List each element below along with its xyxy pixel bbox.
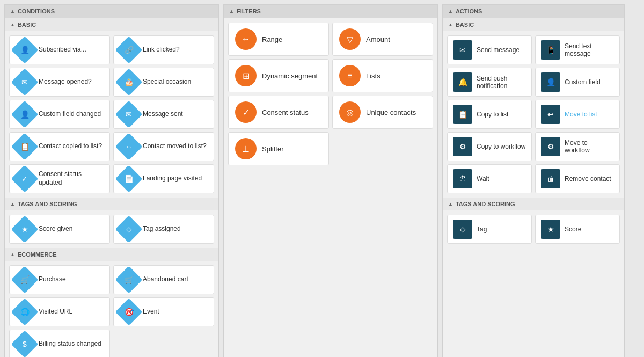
action-tag[interactable]: ◇ Tag (447, 215, 532, 244)
copy-to-workflow-icon: ⚙ (453, 137, 472, 156)
tag-label: Tag (477, 225, 487, 233)
conditions-basic-header: ▲ BASIC (5, 18, 218, 31)
filter-consent-status[interactable]: ✓ Consent status (228, 96, 329, 129)
send-text-message-label: Send text message (565, 42, 614, 57)
filter-unique-contacts[interactable]: ◎ Unique contacts (332, 96, 433, 129)
condition-contact-copied[interactable]: 📋 Contact copied to list? (9, 132, 110, 161)
score-label: Score (565, 225, 581, 233)
splitter-label: Splitter (262, 145, 283, 153)
actions-tags-grid: ◇ Tag ★ Score (443, 210, 624, 248)
copy-to-list-label: Copy to list (477, 111, 508, 118)
splitter-icon: ⊥ (235, 138, 257, 159)
action-wait[interactable]: ⏱ Wait (447, 164, 532, 193)
conditions-ecommerce-grid: 🛒 Purchase 🛒 Abandoned cart 🌐 Visited UR… (5, 261, 218, 357)
message-opened-label: Message opened? (39, 78, 92, 86)
filter-range[interactable]: ↔ Range (228, 23, 329, 56)
actions-header: ▲ ACTIONS (443, 5, 624, 18)
tag-assigned-label: Tag assigned (143, 225, 181, 234)
action-move-to-workflow[interactable]: ⚙ Move to workflow (535, 132, 620, 161)
conditions-tags-grid: ★ Score given ◇ Tag assigned (5, 210, 218, 248)
condition-score-given[interactable]: ★ Score given (9, 215, 110, 244)
move-to-workflow-label: Move to workflow (565, 139, 614, 154)
dynamic-segment-icon: ⊞ (235, 65, 257, 86)
billing-status-label: Billing status changed (39, 340, 101, 348)
remove-contact-icon: 🗑 (541, 169, 560, 188)
condition-purchase[interactable]: 🛒 Purchase (9, 265, 110, 294)
filters-grid: ↔ Range ▽ Amount ⊞ Dynamic segment ≡ Lis… (224, 18, 437, 170)
condition-visited-url[interactable]: 🌐 Visited URL (9, 297, 110, 326)
consent-status-icon: ✓ (11, 165, 39, 193)
condition-message-opened[interactable]: ✉ Message opened? (9, 68, 110, 97)
move-to-workflow-icon: ⚙ (541, 137, 560, 156)
abandoned-cart-icon: 🛒 (115, 266, 143, 294)
conditions-header: ▲ CONDITIONS (5, 5, 218, 18)
send-text-message-icon: 📱 (541, 40, 560, 60)
actions-basic-header: ▲ BASIC (443, 18, 624, 31)
lists-label: Lists (366, 72, 380, 80)
tag-assigned-icon: ◇ (115, 216, 143, 243)
filters-header: ▲ FILTERS (224, 5, 437, 18)
remove-contact-label: Remove contact (565, 175, 611, 183)
copy-to-list-icon: 📋 (453, 105, 472, 124)
conditions-panel: ▲ CONDITIONS ▲ BASIC 👤 Subscribed via...… (4, 4, 219, 357)
contact-moved-icon: ↔ (115, 133, 143, 161)
message-opened-icon: ✉ (11, 69, 39, 96)
action-send-push[interactable]: 🔔 Send push notification (447, 68, 532, 97)
contact-copied-label: Contact copied to list? (39, 142, 102, 151)
filter-amount[interactable]: ▽ Amount (332, 23, 433, 56)
send-push-label: Send push notification (477, 75, 526, 90)
consent-status-filter-label: Consent status (262, 108, 309, 116)
conditions-tags-header: ▲ TAGS AND SCORING (5, 198, 218, 210)
link-clicked-icon: 🔗 (115, 37, 143, 64)
wait-label: Wait (477, 175, 489, 183)
amount-label: Amount (366, 35, 390, 43)
condition-landing-page[interactable]: 📄 Landing page visited (113, 164, 214, 193)
condition-consent-status[interactable]: ✓ Consent status updated (9, 164, 110, 193)
condition-special-occasion[interactable]: 🎂 Special occasion (113, 68, 214, 97)
visited-url-icon: 🌐 (11, 298, 39, 326)
purchase-icon: 🛒 (11, 266, 39, 294)
move-to-list-icon: ↩ (541, 105, 560, 124)
condition-abandoned-cart[interactable]: 🛒 Abandoned cart (113, 265, 214, 294)
filter-dynamic-segment[interactable]: ⊞ Dynamic segment (228, 59, 329, 92)
condition-billing-status[interactable]: $ Billing status changed (9, 330, 110, 357)
condition-tag-assigned[interactable]: ◇ Tag assigned (113, 215, 214, 244)
filter-splitter[interactable]: ⊥ Splitter (228, 132, 329, 165)
actions-tags-header: ▲ TAGS AND SCORING (443, 198, 624, 210)
range-label: Range (262, 35, 282, 43)
subscribed-via-label: Subscribed via... (39, 46, 86, 54)
action-send-message[interactable]: ✉ Send message (447, 35, 532, 64)
conditions-ecommerce-header: ▲ ECOMMERCE (5, 248, 218, 261)
condition-subscribed-via[interactable]: 👤 Subscribed via... (9, 35, 110, 64)
landing-page-label: Landing page visited (143, 174, 202, 183)
amount-icon: ▽ (339, 28, 361, 50)
unique-contacts-icon: ◎ (339, 101, 361, 123)
contact-copied-icon: 📋 (11, 133, 39, 161)
action-copy-to-workflow[interactable]: ⚙ Copy to workflow (447, 132, 532, 161)
event-icon: 🎯 (115, 298, 143, 326)
filter-lists[interactable]: ≡ Lists (332, 59, 433, 92)
custom-field-changed-label: Custom field changed (39, 110, 101, 119)
action-remove-contact[interactable]: 🗑 Remove contact (535, 164, 620, 193)
send-message-label: Send message (477, 46, 519, 54)
send-push-icon: 🔔 (453, 72, 472, 92)
condition-event[interactable]: 🎯 Event (113, 297, 214, 326)
condition-contact-moved[interactable]: ↔ Contact moved to list? (113, 132, 214, 161)
subscribed-via-icon: 👤 (11, 37, 39, 64)
action-score[interactable]: ★ Score (535, 215, 620, 244)
action-move-to-list[interactable]: ↩ Move to list (535, 100, 620, 129)
condition-message-sent[interactable]: ✉ Message sent (113, 100, 214, 129)
unique-contacts-label: Unique contacts (366, 108, 416, 116)
dynamic-segment-label: Dynamic segment (262, 72, 318, 80)
filters-panel: ▲ FILTERS ↔ Range ▽ Amount ⊞ Dynamic seg… (223, 4, 438, 357)
custom-field-label: Custom field (565, 78, 601, 86)
consent-status-filter-icon: ✓ (235, 101, 257, 123)
action-custom-field[interactable]: 👤 Custom field (535, 68, 620, 97)
range-icon: ↔ (235, 28, 257, 50)
condition-link-clicked[interactable]: 🔗 Link clicked? (113, 35, 214, 64)
abandoned-cart-label: Abandoned cart (143, 275, 188, 284)
condition-custom-field-changed[interactable]: 👤 Custom field changed (9, 100, 110, 129)
action-send-text-message[interactable]: 📱 Send text message (535, 35, 620, 64)
link-clicked-label: Link clicked? (143, 46, 180, 54)
action-copy-to-list[interactable]: 📋 Copy to list (447, 100, 532, 129)
